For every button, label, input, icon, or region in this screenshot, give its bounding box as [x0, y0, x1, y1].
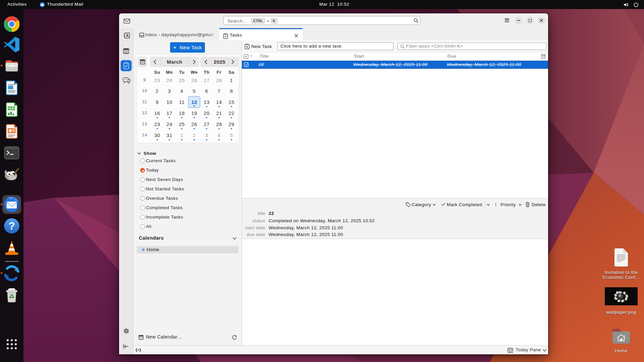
- svg-text:12: 12: [509, 350, 512, 353]
- svg-text:?: ?: [8, 220, 15, 232]
